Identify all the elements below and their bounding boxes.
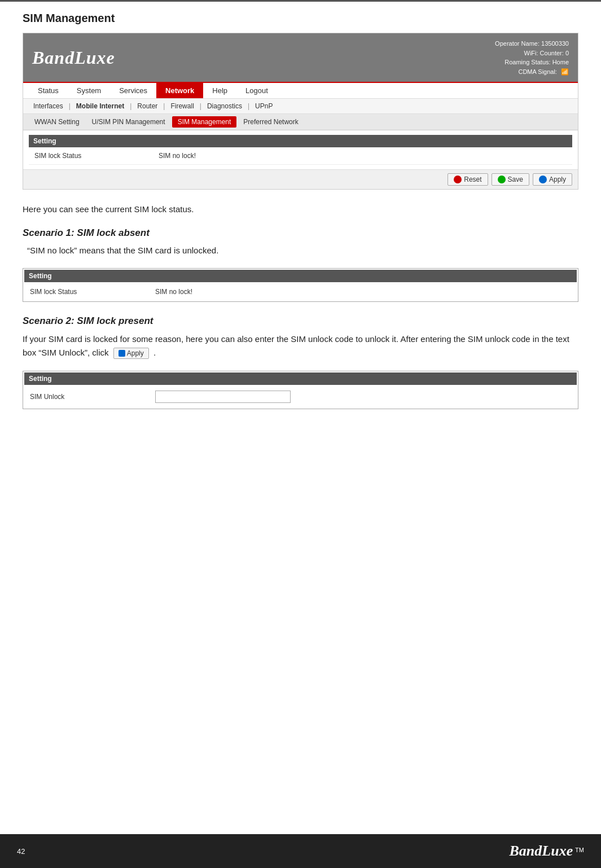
tab-usim-pin[interactable]: U/SIM PIN Management [86,116,171,128]
scenario2-description: If your SIM card is locked for some reas… [23,332,578,360]
footer-logo: BandLuxe [510,843,573,859]
page-title: SIM Management [23,12,578,25]
nav-logout[interactable]: Logout [236,83,277,98]
subnav-diagnostics[interactable]: Diagnostics [203,101,247,111]
footer-page-number: 42 [17,847,25,856]
nav-system[interactable]: System [68,83,110,98]
scenario2-table-header: Setting [24,372,577,385]
apply-icon [539,176,547,183]
inline-apply-label: Apply [127,349,144,357]
cdma-label: CDMA Signal: [518,68,556,75]
scenario1-description: “SIM no lock” means that the SIM card is… [27,244,578,257]
apply-label: Apply [549,176,566,183]
save-button[interactable]: Save [492,173,529,186]
cdma-signal-icon: 📶 [561,68,569,75]
sub-nav: Interfaces | Mobile Internet | Router | … [23,99,578,114]
footer-brand: BandLuxe TM [510,843,584,860]
reset-button[interactable]: Reset [448,173,488,186]
subnav-firewall[interactable]: Firewall [166,101,198,111]
scenario1-row-value: SIM no lock! [155,288,192,296]
scenario1-table: Setting SIM lock Status SIM no lock! [23,268,578,302]
nav-help[interactable]: Help [203,83,236,98]
scenario2-desc-part1: If your SIM card is locked for some reas… [23,334,569,357]
page-footer: 42 BandLuxe TM [0,834,601,868]
save-icon [498,176,506,183]
apply-button[interactable]: Apply [533,173,572,186]
roaming-line: Roaming Status: Home [495,58,569,67]
subnav-router[interactable]: Router [133,101,162,111]
setting-header: Setting [29,135,572,147]
scenario1-title: Scenario 1: SIM lock absent [23,227,578,239]
operator-label: Operator Name: [495,40,539,47]
reset-label: Reset [464,176,481,183]
inline-apply-icon [119,350,125,357]
inline-apply-button[interactable]: Apply [113,348,149,359]
roaming-label: Roaming Status: [505,59,550,65]
operator-value: 13500330 [541,40,569,47]
nav-status[interactable]: Status [29,83,68,98]
scenario1-row-label: SIM lock Status [30,288,77,296]
scenario2-row-label: SIM Unlock [30,393,64,401]
tab-nav: WWAN Setting U/SIM PIN Management SIM Ma… [23,114,578,130]
setting-section: Setting SIM lock Status SIM no lock! [23,130,578,169]
scenario2-section: Scenario 2: SIM lock present If your SIM… [23,315,578,409]
scenario2-title: Scenario 2: SIM lock present [23,315,578,327]
subnav-mobile-internet[interactable]: Mobile Internet [72,101,129,111]
panel-footer: Reset Save Apply [23,169,578,189]
sim-lock-status-label: SIM lock Status [34,152,159,160]
sim-lock-status-value: SIM no lock! [159,152,196,160]
footer-trademark: TM [575,847,584,853]
tab-sim-management[interactable]: SIM Management [172,116,237,128]
scenario2-desc-part2: . [153,348,156,357]
panel-header: BandLuxe Operator Name: 13500330 WiFi: C… [23,33,578,82]
subnav-upnp[interactable]: UPnP [251,101,277,111]
wifi-value: 0 [565,50,569,56]
sim-lock-status-row: SIM lock Status SIM no lock! [29,147,572,165]
save-label: Save [508,176,523,183]
reset-icon [454,176,462,183]
tab-wwan-setting[interactable]: WWAN Setting [29,116,85,128]
tab-preferred-network[interactable]: Preferred Network [238,116,304,128]
brand-logo: BandLuxe [32,47,115,68]
main-nav: Status System Services Network Help Logo… [23,82,578,99]
scenario2-table: Setting SIM Unlock [23,371,578,409]
nav-network[interactable]: Network [156,83,203,98]
sim-unlock-input[interactable] [155,391,291,403]
nav-services[interactable]: Services [110,83,156,98]
wifi-line: WiFi: Counter: 0 [495,49,569,58]
scenario1-section: Scenario 1: SIM lock absent “SIM no lock… [23,227,578,303]
intro-text: Here you can see the current SIM lock st… [23,203,578,216]
roaming-value: Home [552,59,569,65]
scenario1-table-header: Setting [24,270,577,282]
router-panel: BandLuxe Operator Name: 13500330 WiFi: C… [23,33,578,190]
cdma-line: CDMA Signal: 📶 [495,67,569,77]
wifi-label: WiFi: Counter: [524,50,564,56]
subnav-interfaces[interactable]: Interfaces [29,101,68,111]
operator-name-line: Operator Name: 13500330 [495,39,569,49]
operator-info: Operator Name: 13500330 WiFi: Counter: 0… [495,39,569,76]
